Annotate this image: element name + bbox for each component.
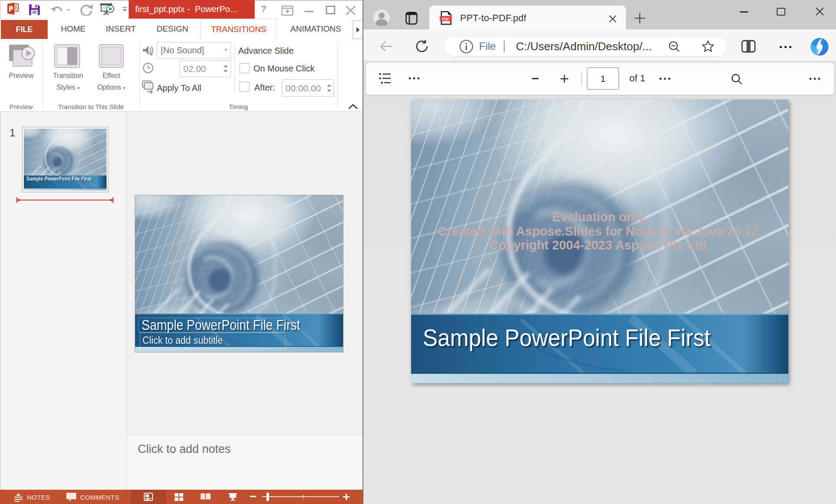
svg-text:PDF: PDF	[442, 17, 450, 21]
